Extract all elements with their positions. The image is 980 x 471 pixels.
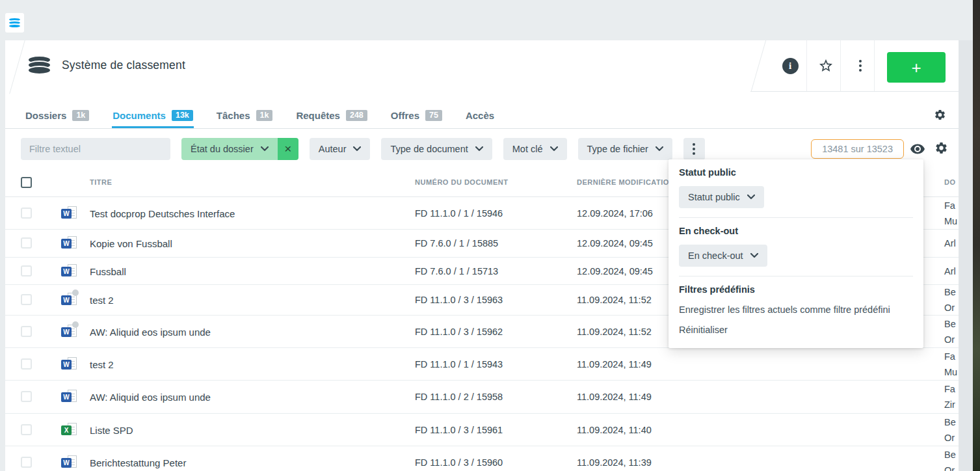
- document-title[interactable]: Kopie von Fussball: [90, 238, 172, 249]
- document-title[interactable]: Liste SPD: [90, 424, 133, 435]
- info-button[interactable]: i: [774, 40, 806, 91]
- save-filters-link[interactable]: Enregistrer les filtres actuels comme fi…: [679, 304, 913, 315]
- tabs-settings-button[interactable]: [930, 106, 949, 126]
- tab-taches[interactable]: Tâches1k: [216, 104, 274, 128]
- document-modified: 11.09.2024, 11:52: [577, 295, 652, 305]
- chevron-down-icon: [353, 146, 361, 152]
- tab-offres[interactable]: Offres75: [390, 104, 443, 128]
- dropdown-label: En check-out: [688, 250, 743, 261]
- document-title[interactable]: test 2: [90, 295, 114, 306]
- row-checkbox[interactable]: [21, 237, 32, 249]
- divider: [806, 40, 807, 91]
- chevron-down-icon: [656, 146, 663, 152]
- document-dossier: BeOr: [944, 414, 956, 446]
- filter-chip-etat-du-dossier[interactable]: État du dossier: [181, 138, 278, 160]
- tab-label: Dossiers: [25, 110, 66, 121]
- document-dossier: FaMu: [944, 198, 957, 229]
- gear-icon: [934, 141, 948, 155]
- predefined-filters-heading: Filtres prédéfinis: [679, 284, 913, 295]
- document-title[interactable]: AW: Aliquid eos ipsum unde: [90, 326, 211, 337]
- table-row[interactable]: W AW: Aliquid eos ipsum unde FD 11.1.0 /…: [5, 381, 959, 414]
- word-file-icon: W: [61, 264, 79, 278]
- document-title[interactable]: AW: Aliquid eos ipsum unde: [90, 392, 211, 403]
- en-check-out-dropdown[interactable]: En check-out: [679, 245, 767, 267]
- row-checkbox[interactable]: [21, 326, 32, 337]
- column-header-numero[interactable]: NUMÉRO DU DOCUMENT: [415, 178, 508, 186]
- page-title-group: Système de classement: [27, 55, 185, 75]
- tab-acces[interactable]: Accès: [465, 104, 495, 128]
- filter-chip-label: Mot clé: [512, 144, 543, 154]
- page-title: Système de classement: [62, 59, 185, 72]
- select-all-checkbox[interactable]: [21, 177, 32, 188]
- filter-chip-auteur[interactable]: Auteur: [310, 138, 371, 160]
- tab-count-badge: 248: [346, 110, 367, 121]
- row-checkbox[interactable]: [21, 294, 32, 305]
- document-number: FD 11.1.0 / 3 / 15962: [415, 327, 503, 337]
- document-dossier: BeOr: [944, 447, 956, 471]
- filter-panel: Statut public Statut public En check-out…: [669, 159, 923, 348]
- filter-chip-label: Auteur: [319, 144, 347, 154]
- filter-chip-label: Type de document: [390, 144, 468, 154]
- row-checkbox[interactable]: [21, 265, 32, 276]
- visibility-button[interactable]: [908, 139, 927, 159]
- tab-label: Accès: [466, 110, 494, 121]
- filter-chip-type-de-fichier[interactable]: Type de fichier: [578, 138, 672, 160]
- scrollbar-gutter[interactable]: [959, 40, 973, 471]
- table-row[interactable]: X Liste SPD FD 11.1.0 / 3 / 15961 11.09.…: [5, 414, 959, 446]
- row-checkbox[interactable]: [21, 358, 32, 370]
- text-filter-input[interactable]: [21, 138, 170, 160]
- row-checkbox[interactable]: [21, 208, 32, 219]
- desktop-wallpaper-strip: [973, 0, 980, 471]
- table-row[interactable]: W test 2 FD 11.1.0 / 1 / 15943 11.09.202…: [5, 348, 959, 381]
- tab-count-badge: 75: [425, 110, 442, 121]
- kebab-icon: [693, 143, 695, 155]
- row-checkbox[interactable]: [21, 424, 32, 435]
- word-file-icon: W: [61, 236, 79, 250]
- document-title[interactable]: test 2: [90, 358, 114, 370]
- tab-count-badge: 1k: [256, 110, 273, 121]
- reset-filters-link[interactable]: Réinitialiser: [679, 325, 913, 335]
- document-dossier: FaMu: [944, 349, 957, 380]
- statut-public-dropdown[interactable]: Statut public: [679, 186, 764, 208]
- row-checkbox[interactable]: [21, 457, 32, 468]
- more-actions-button[interactable]: [844, 40, 877, 91]
- tab-requetes[interactable]: Requêtes248: [295, 104, 367, 128]
- document-dossier: FaZir: [944, 381, 955, 412]
- column-header-dossier[interactable]: DO: [944, 178, 956, 186]
- word-file-icon: W: [61, 293, 79, 307]
- filter-chip-mot-cle[interactable]: Mot clé: [503, 138, 567, 160]
- tab-dossiers[interactable]: Dossiers1k: [25, 104, 90, 128]
- chevron-down-icon: [550, 146, 558, 152]
- document-modified: 12.09.2024, 09:45: [577, 238, 653, 249]
- column-header-modification[interactable]: DERNIÈRE MODIFICATION: [577, 178, 674, 186]
- database-icon: [8, 17, 21, 29]
- document-title[interactable]: Fussball: [90, 265, 126, 276]
- eye-icon: [910, 141, 925, 157]
- star-icon: [818, 58, 834, 74]
- document-modified: 12.09.2024, 09:45: [577, 266, 653, 276]
- document-modified: 11.09.2024, 11:49: [577, 359, 652, 370]
- favorite-button[interactable]: [810, 40, 842, 91]
- filter-chip-label: État du dossier: [191, 144, 254, 154]
- excel-file-icon: X: [61, 423, 79, 437]
- document-number: FD 11.1.0 / 3 / 15960: [415, 457, 503, 468]
- row-checkbox[interactable]: [21, 391, 32, 402]
- document-title[interactable]: Berichtestattung Peter: [90, 457, 186, 468]
- more-filters-button[interactable]: [683, 138, 705, 160]
- tab-documents[interactable]: Documents13k: [112, 104, 194, 128]
- filter-chip-type-de-document[interactable]: Type de document: [381, 138, 492, 160]
- chevron-down-icon: [261, 146, 269, 152]
- word-file-icon: W: [61, 325, 79, 339]
- document-number: FD 11.1.0 / 2 / 15958: [415, 392, 503, 402]
- list-settings-button[interactable]: [931, 139, 951, 159]
- app-tile-button[interactable]: [5, 13, 24, 33]
- column-header-titre[interactable]: TITRE: [90, 178, 112, 186]
- add-button[interactable]: +: [887, 52, 946, 83]
- predefined-filters-links: Enregistrer les filtres actuels comme fi…: [679, 304, 913, 335]
- document-dossier: Arl: [944, 263, 956, 279]
- table-row[interactable]: W Berichtestattung Peter FD 11.1.0 / 3 /…: [5, 446, 959, 471]
- chevron-down-icon: [475, 146, 483, 152]
- remove-filter-button[interactable]: ×: [278, 138, 298, 160]
- document-title[interactable]: Test docprop Deutsches Interface: [90, 208, 235, 219]
- filter-right-group: 13481 sur 13523: [811, 139, 951, 159]
